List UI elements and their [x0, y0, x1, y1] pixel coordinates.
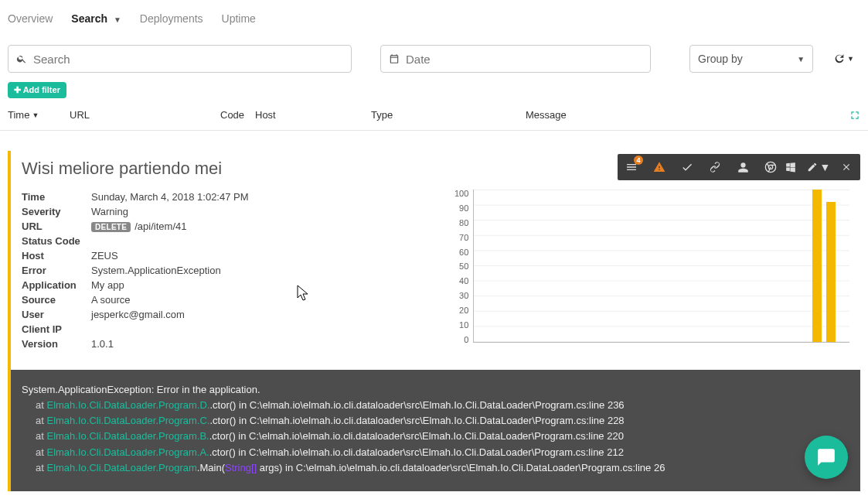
col-code[interactable]: Code [220, 109, 255, 121]
controls-row: Group by ▼ ▼ [0, 37, 868, 80]
y-tick: 40 [459, 277, 468, 284]
stacktrace: System.ApplicationException: Error in th… [11, 370, 860, 491]
col-host[interactable]: Host [255, 109, 371, 121]
date-input-group[interactable] [380, 45, 651, 73]
k-version: Version [22, 338, 91, 350]
k-error: Error [22, 265, 91, 276]
k-time: Time [22, 191, 91, 203]
stack-frame: at Elmah.Io.Cli.DataLoader.Program.A..ct… [22, 445, 849, 460]
link-icon[interactable] [701, 154, 729, 180]
v-application: My app [91, 279, 124, 291]
plus-icon: ✚ [14, 85, 23, 94]
http-method-badge: DELETE [91, 222, 131, 232]
v-source: A source [91, 294, 131, 306]
y-tick: 30 [459, 292, 468, 299]
close-icon[interactable] [832, 154, 860, 180]
windows-icon[interactable] [777, 154, 805, 180]
caret-down-icon: ▼ [797, 55, 805, 63]
tab-search-label: Search [71, 12, 107, 25]
detail-title: Wisi meliore partiendo mei [22, 154, 618, 179]
col-time[interactable]: Time▼ [8, 109, 70, 121]
top-tabs: Overview Search ▼ Deployments Uptime [0, 0, 868, 37]
y-tick: 100 [454, 190, 468, 197]
k-application: Application [22, 279, 91, 291]
k-host: Host [22, 250, 91, 261]
y-tick: 0 [464, 336, 468, 343]
user-icon[interactable] [729, 154, 757, 180]
tab-search[interactable]: Search ▼ [71, 2, 121, 36]
y-tick: 10 [459, 321, 468, 328]
v-url: DELETE/api/item/41 [91, 220, 186, 232]
v-user: jesperkc@gmail.com [91, 309, 185, 320]
groupby-label: Group by [698, 53, 743, 65]
calendar-icon [389, 53, 400, 64]
edit-icon[interactable]: ▼ [805, 154, 832, 180]
v-host: ZEUS [91, 250, 118, 261]
caret-down-icon: ▼ [820, 161, 831, 173]
stack-frame: at Elmah.Io.Cli.DataLoader.Program.C..ct… [22, 413, 849, 429]
k-severity: Severity [22, 206, 91, 217]
y-tick: 80 [459, 219, 468, 226]
add-filter-label: Add filter [23, 85, 60, 94]
col-url[interactable]: URL [70, 109, 220, 121]
caret-down-icon: ▼ [114, 15, 121, 24]
detail-toolbar: 4 ▼ [618, 154, 860, 180]
k-url: URL [22, 220, 91, 232]
stack-frame: at Elmah.Io.Cli.DataLoader.Program.B..ct… [22, 429, 849, 444]
detail-panel: Wisi meliore partiendo mei 4 ▼ TimeSunda… [8, 151, 860, 491]
v-error: System.ApplicationException [91, 265, 221, 276]
search-input-group[interactable] [8, 45, 352, 73]
sort-desc-icon: ▼ [32, 111, 39, 119]
v-severity: Warning [91, 206, 128, 217]
y-tick: 70 [459, 234, 468, 241]
column-headers: Time▼ URL Code Host Type Message [0, 106, 868, 131]
filter-row: ✚ Add filter [0, 80, 868, 106]
tab-deployments[interactable]: Deployments [140, 2, 203, 36]
caret-down-icon: ▼ [847, 55, 854, 63]
k-status: Status Code [22, 235, 91, 247]
chart-bar [812, 190, 822, 342]
stack-frame: at Elmah.Io.Cli.DataLoader.Program.Main(… [22, 460, 849, 476]
chat-fab[interactable] [805, 436, 848, 479]
col-message[interactable]: Message [526, 109, 837, 121]
y-tick: 50 [459, 262, 468, 269]
v-version: 1.0.1 [91, 338, 114, 350]
expand-all-icon[interactable] [849, 110, 860, 121]
tab-overview[interactable]: Overview [8, 2, 53, 36]
col-time-label: Time [8, 109, 29, 121]
col-type[interactable]: Type [371, 109, 526, 121]
k-source: Source [22, 294, 91, 306]
chart-bar [826, 202, 836, 342]
search-input[interactable] [33, 53, 180, 66]
stacktrace-header: System.ApplicationException: Error in th… [22, 382, 849, 398]
warning-icon[interactable] [645, 154, 673, 180]
k-clientip: Client IP [22, 323, 91, 335]
check-icon[interactable] [673, 154, 701, 180]
detail-fields: TimeSunday, March 4, 2018 1:02:47 PM Sev… [22, 190, 439, 351]
y-tick: 20 [459, 306, 468, 313]
y-tick: 90 [459, 204, 468, 211]
y-tick: 60 [459, 248, 468, 255]
url-path: /api/item/41 [134, 220, 186, 232]
chart-y-axis: 1009080706050403020100 [454, 190, 473, 343]
search-icon [16, 53, 27, 64]
groupby-select[interactable]: Group by ▼ [689, 45, 813, 73]
detail-chart: 1009080706050403020100 [454, 190, 849, 351]
v-time: Sunday, March 4, 2018 1:02:47 PM [91, 191, 249, 203]
add-filter-button[interactable]: ✚ Add filter [8, 82, 66, 98]
stack-frame: at Elmah.Io.Cli.DataLoader.Program.D..ct… [22, 398, 849, 413]
badge-count: 4 [634, 156, 643, 165]
chart-plot [473, 190, 849, 343]
date-input[interactable] [406, 53, 553, 66]
k-user: User [22, 309, 91, 320]
list-icon[interactable]: 4 [618, 154, 645, 180]
refresh-button[interactable]: ▼ [827, 53, 860, 65]
tab-uptime[interactable]: Uptime [222, 2, 256, 36]
